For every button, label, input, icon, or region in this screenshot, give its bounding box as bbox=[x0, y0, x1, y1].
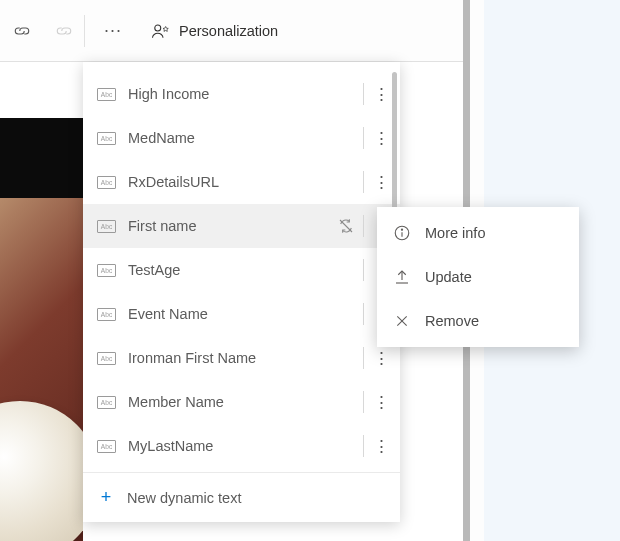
dynamic-text-item[interactable]: AbcIronman First Name⋮ bbox=[83, 336, 400, 380]
item-divider bbox=[363, 127, 364, 149]
vertical-ellipsis-icon: ⋮ bbox=[373, 173, 390, 192]
canvas-white-band bbox=[0, 62, 83, 118]
vertical-ellipsis-icon: ⋮ bbox=[373, 437, 390, 456]
info-icon bbox=[393, 224, 411, 242]
item-actions: ⋮ bbox=[333, 391, 394, 413]
dynamic-text-item[interactable]: AbcRxDetailsURL⋮ bbox=[83, 160, 400, 204]
item-divider bbox=[363, 303, 364, 325]
svg-line-1 bbox=[340, 220, 352, 232]
new-dynamic-text-button[interactable]: + New dynamic text bbox=[83, 472, 400, 522]
canvas-black-band bbox=[0, 118, 83, 198]
toolbar-more-button[interactable]: ··· bbox=[85, 0, 141, 62]
personalization-label: Personalization bbox=[179, 23, 278, 39]
x-icon bbox=[393, 312, 411, 330]
svg-point-0 bbox=[155, 25, 161, 31]
item-divider bbox=[363, 435, 364, 457]
item-divider bbox=[363, 171, 364, 193]
text-type-badge: Abc bbox=[97, 88, 116, 101]
personalization-button[interactable]: Personalization bbox=[141, 22, 278, 40]
item-more-button[interactable]: ⋮ bbox=[368, 394, 394, 411]
dynamic-text-item[interactable]: AbcMyLastName⋮ bbox=[83, 424, 400, 468]
text-type-badge: Abc bbox=[97, 440, 116, 453]
dynamic-text-item[interactable]: AbcMedName⋮ bbox=[83, 116, 400, 160]
sync-off-icon bbox=[333, 218, 359, 234]
item-divider bbox=[363, 215, 364, 237]
dynamic-text-label: Event Name bbox=[128, 306, 333, 322]
vertical-ellipsis-icon: ⋮ bbox=[373, 85, 390, 104]
dynamic-text-label: Member Name bbox=[128, 394, 333, 410]
item-more-button[interactable]: ⋮ bbox=[368, 130, 394, 147]
text-type-badge: Abc bbox=[97, 396, 116, 409]
upload-icon bbox=[393, 268, 411, 286]
link-icon bbox=[13, 25, 31, 37]
context-menu-x[interactable]: Remove bbox=[377, 299, 579, 343]
item-more-button[interactable]: ⋮ bbox=[368, 350, 394, 367]
dynamic-text-item[interactable]: AbcEvent Name⋮ bbox=[83, 292, 400, 336]
item-actions: ⋮ bbox=[333, 347, 394, 369]
dynamic-text-label: RxDetailsURL bbox=[128, 174, 333, 190]
context-menu-upload[interactable]: Update bbox=[377, 255, 579, 299]
text-type-badge: Abc bbox=[97, 176, 116, 189]
dynamic-text-label: TestAge bbox=[128, 262, 333, 278]
item-context-menu: More infoUpdateRemove bbox=[377, 207, 579, 347]
ellipsis-icon: ··· bbox=[104, 20, 122, 41]
link-button[interactable] bbox=[0, 0, 44, 62]
item-more-button[interactable]: ⋮ bbox=[368, 438, 394, 455]
dynamic-text-label: First name bbox=[128, 218, 333, 234]
top-toolbar: ··· Personalization bbox=[0, 0, 463, 62]
text-type-badge: Abc bbox=[97, 352, 116, 365]
dynamic-text-list: AbcHigh Income⋮AbcMedName⋮AbcRxDetailsUR… bbox=[83, 62, 400, 472]
text-type-badge: Abc bbox=[97, 308, 116, 321]
toolbar-overflow-disabled bbox=[44, 0, 84, 62]
item-actions: ⋮ bbox=[333, 435, 394, 457]
dynamic-text-label: MyLastName bbox=[128, 438, 333, 454]
item-divider bbox=[363, 83, 364, 105]
context-menu-label: Remove bbox=[425, 313, 479, 329]
plus-icon: + bbox=[97, 487, 115, 508]
item-actions: ⋮ bbox=[333, 127, 394, 149]
dynamic-text-label: High Income bbox=[128, 86, 333, 102]
personalization-dropdown: AbcHigh Income⋮AbcMedName⋮AbcRxDetailsUR… bbox=[83, 62, 400, 522]
item-actions: ⋮ bbox=[333, 83, 394, 105]
personalization-icon bbox=[151, 22, 169, 40]
dynamic-text-label: MedName bbox=[128, 130, 333, 146]
item-divider bbox=[363, 347, 364, 369]
text-type-badge: Abc bbox=[97, 264, 116, 277]
dynamic-text-item[interactable]: AbcTestAge⋮ bbox=[83, 248, 400, 292]
dynamic-text-item[interactable]: AbcFirst name⋮ bbox=[83, 204, 400, 248]
dynamic-text-item[interactable]: AbcMember Name⋮ bbox=[83, 380, 400, 424]
item-more-button[interactable]: ⋮ bbox=[368, 174, 394, 191]
dynamic-text-item[interactable]: AbcHigh Income⋮ bbox=[83, 72, 400, 116]
item-actions: ⋮ bbox=[333, 171, 394, 193]
context-menu-info[interactable]: More info bbox=[377, 211, 579, 255]
vertical-ellipsis-icon: ⋮ bbox=[373, 393, 390, 412]
new-dynamic-text-label: New dynamic text bbox=[127, 490, 241, 506]
text-type-badge: Abc bbox=[97, 132, 116, 145]
context-menu-label: More info bbox=[425, 225, 485, 241]
context-menu-label: Update bbox=[425, 269, 472, 285]
item-divider bbox=[363, 259, 364, 281]
item-divider bbox=[363, 391, 364, 413]
link-variant-icon bbox=[55, 25, 73, 37]
vertical-ellipsis-icon: ⋮ bbox=[373, 129, 390, 148]
dynamic-text-label: Ironman First Name bbox=[128, 350, 333, 366]
svg-point-4 bbox=[401, 229, 402, 230]
canvas-photo bbox=[0, 198, 83, 541]
item-more-button[interactable]: ⋮ bbox=[368, 86, 394, 103]
text-type-badge: Abc bbox=[97, 220, 116, 233]
vertical-ellipsis-icon: ⋮ bbox=[373, 349, 390, 368]
